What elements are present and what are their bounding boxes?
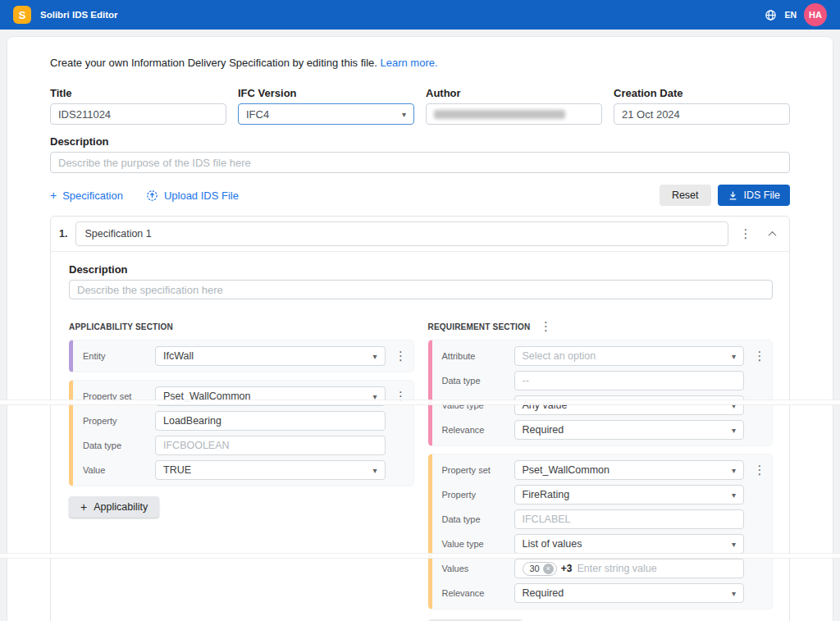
value-chip-text: 30: [530, 564, 540, 573]
row-label: Data type: [83, 441, 148, 450]
requirement-section-title: REQUIREMENT SECTION: [428, 322, 531, 331]
property-facet-card: Property set Pset_WallCommon ▾ ⋮ Propert…: [69, 380, 414, 486]
value-type-value: Any value: [523, 400, 568, 411]
value-select[interactable]: TRUE ▾: [155, 460, 386, 480]
creation-date-label: Creation Date: [614, 87, 790, 99]
intro-text: Create your own Information Delivery Spe…: [50, 57, 790, 69]
add-applicability-button[interactable]: + Applicability: [69, 496, 159, 518]
entity-select[interactable]: IfcWall ▾: [155, 346, 386, 366]
dropdown-arrow-icon: ▾: [732, 466, 736, 475]
facet-row: Value TRUE ▾: [73, 458, 410, 482]
description-placeholder: Describe the purpose of the IDS file her…: [58, 157, 251, 169]
requirement-section-kebab-icon[interactable]: ⋮: [536, 319, 555, 334]
entity-value: IfcWall: [163, 350, 194, 362]
data-type-value: IFCBOOLEAN: [163, 440, 230, 451]
ifc-version-select[interactable]: IFC4 ▾: [238, 103, 414, 125]
property-set-select[interactable]: Pset_WallCommon ▾: [155, 386, 386, 406]
plus-icon: +: [50, 189, 57, 201]
specification-header: 1. Specification 1 ⋮: [51, 217, 789, 252]
collapse-specification-button[interactable]: [763, 231, 781, 237]
ifc-version-label: IFC Version: [238, 87, 414, 99]
req-data-type-value: --: [523, 375, 529, 386]
req2-relevance-value: Required: [523, 587, 564, 599]
req-property-set-value: Pset_WallCommon: [523, 464, 610, 476]
upload-ids-button[interactable]: Upload IDS File: [146, 189, 239, 202]
add-applicability-label: Applicability: [94, 501, 148, 513]
app-title: Solibri IDS Editor: [40, 10, 118, 20]
values-placeholder: Enter string value: [577, 563, 656, 574]
facet-row: Data type IFCLABEL: [432, 507, 769, 532]
dropdown-arrow-icon: ▾: [732, 352, 736, 361]
relevance-select[interactable]: Required ▾: [514, 420, 745, 440]
values-input[interactable]: 30 × +3 Enter string value: [514, 559, 745, 578]
requirement-section: REQUIREMENT SECTION ⋮ Attribute Select a…: [428, 321, 774, 621]
creation-date-input[interactable]: 21 Oct 2024: [614, 103, 790, 125]
dropdown-arrow-icon: ▾: [372, 352, 377, 361]
entity-facet-card: Entity IfcWall ▾ ⋮: [69, 340, 414, 372]
upload-ids-label: Upload IDS File: [164, 189, 239, 202]
specification-menu-kebab-icon[interactable]: ⋮: [737, 226, 755, 241]
value-type-select[interactable]: Any value ▾: [514, 395, 745, 415]
req-property-select[interactable]: FireRating ▾: [514, 485, 745, 505]
learn-more-link[interactable]: Learn more.: [380, 57, 437, 69]
close-icon[interactable]: ×: [543, 564, 554, 574]
req-property-set-select[interactable]: Pset_WallCommon ▾: [514, 460, 745, 480]
applicability-section: APPLICABILITY SECTION Entity IfcWall ▾ ⋮: [69, 321, 414, 621]
req2-relevance-select[interactable]: Required ▾: [514, 583, 745, 603]
main-content-card: Create your own Information Delivery Spe…: [7, 36, 833, 621]
globe-icon[interactable]: [765, 9, 777, 21]
property-input[interactable]: LoadBearing: [155, 411, 386, 431]
row-label: Property: [442, 490, 508, 500]
file-metadata-form: Title IDS211024 IFC Version IFC4 ▾ Autho…: [50, 87, 790, 125]
add-specification-button[interactable]: + Specification: [50, 189, 123, 202]
value-chip: 30 ×: [523, 562, 557, 576]
attribute-facet-kebab-icon[interactable]: ⋮: [751, 349, 769, 363]
facet-row: Data type IFCBOOLEAN: [73, 433, 410, 458]
entity-facet-kebab-icon[interactable]: ⋮: [392, 349, 410, 363]
row-label: Data type: [442, 376, 508, 386]
property-facet-kebab-icon[interactable]: ⋮: [392, 389, 410, 404]
description-input[interactable]: Describe the purpose of the IDS file her…: [50, 152, 790, 173]
dropdown-arrow-icon: ▾: [732, 426, 736, 435]
row-label: Values: [442, 564, 508, 573]
spec-description-input[interactable]: Describe the specification here: [69, 280, 773, 299]
row-label: Data type: [442, 514, 508, 524]
avatar[interactable]: HA: [804, 3, 827, 26]
author-input[interactable]: [426, 103, 602, 125]
facet-row: Property set Pset_WallCommon ▾ ⋮: [432, 458, 769, 482]
plus-icon: +: [80, 501, 87, 513]
req-property-facet-kebab-icon[interactable]: ⋮: [751, 463, 769, 477]
dropdown-arrow-icon: ▾: [372, 466, 377, 475]
facet-row: Value type Any value ▾: [432, 393, 769, 418]
req2-value-type-select[interactable]: List of values ▾: [514, 534, 745, 554]
value-value: TRUE: [163, 464, 191, 476]
row-label: Property set: [83, 391, 148, 401]
dropdown-arrow-icon: ▾: [732, 401, 736, 410]
row-label: Entity: [83, 351, 148, 361]
title-input[interactable]: IDS211024: [50, 103, 226, 125]
req2-value-type-value: List of values: [523, 538, 582, 550]
upload-icon: [146, 189, 158, 202]
facet-row: Entity IfcWall ▾ ⋮: [73, 344, 410, 368]
facet-row: Data type --: [432, 368, 769, 393]
attribute-placeholder: Select an option: [523, 350, 596, 362]
row-label: Value: [83, 465, 148, 475]
row-label: Attribute: [442, 351, 508, 361]
req-property-value: FireRating: [523, 489, 570, 500]
reset-button[interactable]: Reset: [660, 185, 711, 206]
attribute-facet-card: Attribute Select an option ▾ ⋮ Data type…: [428, 340, 774, 446]
dropdown-arrow-icon: ▾: [732, 540, 736, 549]
download-ids-file-button[interactable]: IDS File: [718, 185, 790, 206]
attribute-select[interactable]: Select an option ▾: [514, 346, 745, 366]
req-data-type-input: --: [514, 371, 745, 390]
facet-row: Relevance Required ▾: [432, 581, 769, 605]
language-selector[interactable]: EN: [784, 10, 797, 20]
facet-row: Value type List of values ▾: [432, 532, 769, 556]
facet-row: Relevance Required ▾: [432, 418, 769, 442]
specification-name-input[interactable]: Specification 1: [75, 221, 728, 246]
dropdown-arrow-icon: ▾: [402, 110, 406, 119]
author-label: Author: [426, 87, 602, 99]
description-label: Description: [50, 135, 790, 148]
chip-overflow-count: +3: [561, 563, 573, 574]
spec-description-label: Description: [69, 263, 773, 276]
